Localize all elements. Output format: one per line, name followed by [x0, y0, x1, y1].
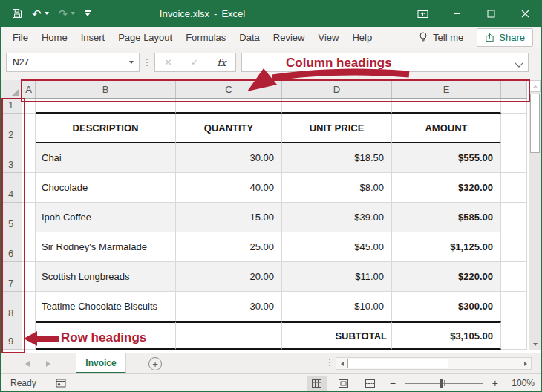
cell-B7[interactable]: Scottish Longbreads	[36, 262, 176, 292]
menu-tab-help[interactable]: Help	[345, 32, 379, 43]
cell-C7[interactable]: 20.00	[176, 262, 282, 292]
cell-A6[interactable]	[22, 232, 36, 262]
cell-E1[interactable]	[392, 99, 501, 114]
menu-tab-home[interactable]: Home	[35, 32, 74, 43]
column-header-c[interactable]: C	[176, 80, 282, 98]
cell-B5[interactable]: Ipoh Coffee	[36, 203, 176, 232]
cell-D4[interactable]: $8.00	[282, 173, 392, 203]
menu-tab-page-layout[interactable]: Page Layout	[111, 32, 179, 43]
horizontal-scrollbar[interactable]	[336, 357, 532, 370]
column-header-a[interactable]: A	[22, 80, 36, 98]
cell-D2[interactable]: UNIT PRICE	[282, 114, 392, 143]
cell-A9[interactable]	[22, 321, 36, 350]
cell-E6[interactable]: $1,125.00	[392, 232, 501, 262]
share-button[interactable]: Share	[477, 28, 533, 47]
cell-B8[interactable]: Teatime Chocolate Biscuits	[36, 292, 176, 321]
zoom-out-button[interactable]: −	[388, 377, 398, 389]
horizontal-scrollbar-thumb[interactable]	[347, 359, 448, 368]
cell-D7[interactable]: $11.00	[282, 262, 392, 292]
cell-E9[interactable]: $3,105.00	[392, 321, 501, 350]
column-header-e[interactable]: E	[392, 80, 501, 98]
row-header-9[interactable]: 9	[0, 321, 22, 350]
cell-C9[interactable]	[176, 321, 282, 350]
name-box[interactable]: N27	[6, 53, 140, 72]
name-box-dropdown-icon[interactable]	[129, 61, 134, 64]
cell-E2[interactable]: AMOUNT	[392, 114, 501, 143]
cell-A5[interactable]	[22, 203, 36, 232]
cell-B4[interactable]: Chocolade	[36, 173, 176, 203]
page-break-view-button[interactable]	[361, 376, 380, 391]
vertical-scrollbar[interactable]	[529, 80, 541, 350]
cell-D6[interactable]: $45.00	[282, 232, 392, 262]
column-header-b[interactable]: B	[36, 80, 176, 98]
row-header-1[interactable]: 1	[0, 99, 22, 114]
cell-F9[interactable]	[501, 321, 527, 350]
cell-F4[interactable]	[501, 173, 527, 203]
row-header-7[interactable]: 7	[0, 262, 22, 292]
cell-E4[interactable]: $320.00	[392, 173, 501, 203]
scroll-left-button[interactable]	[336, 358, 347, 369]
cell-F3[interactable]	[501, 143, 527, 173]
zoom-slider[interactable]	[405, 378, 483, 388]
insert-function-icon[interactable]: fx	[217, 57, 226, 68]
cell-F2[interactable]	[501, 114, 527, 143]
cell-D5[interactable]: $39.00	[282, 203, 392, 232]
cell-B3[interactable]: Chai	[36, 143, 176, 173]
cell-F1[interactable]	[501, 99, 527, 114]
menu-tab-insert[interactable]: Insert	[74, 32, 112, 43]
zoom-level[interactable]: 100%	[508, 378, 535, 388]
cell-A4[interactable]	[22, 173, 36, 203]
tell-me-button[interactable]: Tell me	[418, 31, 463, 44]
cell-B2[interactable]: DESCRIPTION	[36, 114, 176, 143]
cell-C2[interactable]: QUANTITY	[176, 114, 282, 143]
prev-sheet-icon[interactable]	[25, 361, 30, 367]
cell-D8[interactable]: $10.00	[282, 292, 392, 321]
row-header-3[interactable]: 3	[0, 143, 22, 173]
menu-tab-formulas[interactable]: Formulas	[179, 32, 232, 43]
cell-E7[interactable]: $220.00	[392, 262, 501, 292]
cell-C5[interactable]: 15.00	[176, 203, 282, 232]
row-header-6[interactable]: 6	[0, 232, 22, 262]
cell-B6[interactable]: Sir Rodney's Marmalade	[36, 232, 176, 262]
cell-E5[interactable]: $585.00	[392, 203, 501, 232]
cell-A7[interactable]	[22, 262, 36, 292]
scroll-down-button[interactable]	[529, 339, 541, 350]
undo-dropdown-icon[interactable]	[45, 12, 49, 15]
cell-B1[interactable]	[36, 99, 176, 114]
cell-F7[interactable]	[501, 262, 527, 292]
minimize-button[interactable]	[440, 0, 474, 27]
cell-C4[interactable]: 40.00	[176, 173, 282, 203]
cell-F8[interactable]	[501, 292, 527, 321]
cell-C8[interactable]: 30.00	[176, 292, 282, 321]
cell-C1[interactable]	[176, 99, 282, 114]
ribbon-display-options-button[interactable]	[405, 0, 440, 27]
macro-record-button[interactable]	[56, 379, 66, 388]
column-header-partial[interactable]	[501, 80, 527, 98]
row-header-2[interactable]: 2	[0, 114, 22, 143]
cell-F5[interactable]	[501, 203, 527, 232]
scroll-up-button[interactable]	[529, 80, 541, 92]
normal-view-button[interactable]	[307, 376, 327, 391]
customize-toolbar-button[interactable]	[85, 10, 91, 16]
cell-C6[interactable]: 25.00	[176, 232, 282, 262]
scroll-right-button[interactable]	[520, 358, 531, 369]
cell-A3[interactable]	[22, 143, 36, 173]
zoom-in-button[interactable]: +	[490, 377, 500, 389]
menu-tab-review[interactable]: Review	[267, 32, 312, 43]
cell-F6[interactable]	[501, 232, 527, 262]
close-button[interactable]	[508, 0, 542, 27]
page-layout-view-button[interactable]	[334, 376, 353, 391]
next-sheet-icon[interactable]	[46, 361, 50, 367]
cell-A1[interactable]	[22, 99, 36, 114]
zoom-slider-thumb[interactable]	[440, 379, 443, 388]
cell-D3[interactable]: $18.50	[282, 143, 392, 173]
row-header-5[interactable]: 5	[0, 203, 22, 232]
cell-C3[interactable]: 30.00	[176, 143, 282, 173]
undo-button[interactable]: ↶	[32, 8, 49, 19]
cell-E3[interactable]: $555.00	[392, 143, 501, 173]
new-sheet-button[interactable]: +	[148, 357, 162, 370]
expand-formula-bar-icon[interactable]	[515, 59, 523, 67]
menu-tab-data[interactable]: Data	[232, 32, 266, 43]
sheet-tab-invoice[interactable]: Invoice	[76, 353, 126, 373]
save-icon[interactable]	[12, 8, 22, 19]
